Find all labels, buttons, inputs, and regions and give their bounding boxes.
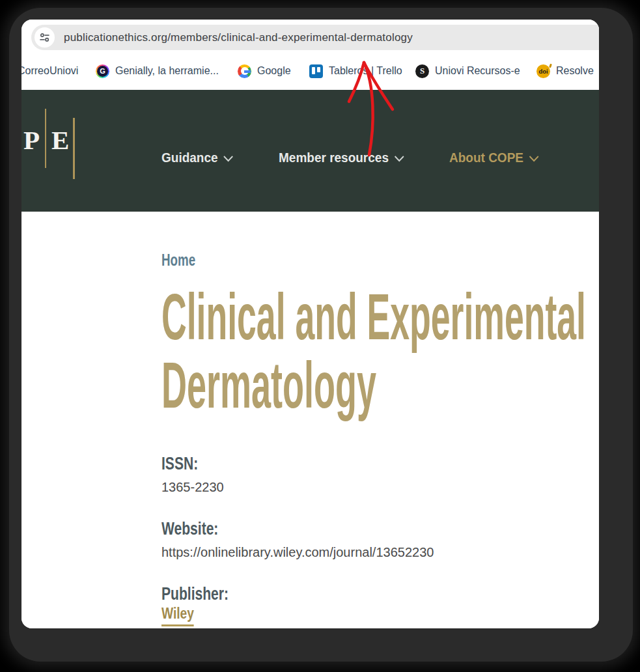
nav-about-cope[interactable]: About COPE: [449, 150, 539, 165]
uniovi-icon: S: [415, 64, 429, 78]
doi-icon: doi: [536, 64, 550, 78]
issn-heading: ISSN:: [161, 454, 503, 473]
breadcrumb-home-link[interactable]: Home: [161, 253, 195, 267]
cope-logo[interactable]: P E: [21, 90, 100, 212]
nav-label: About COPE: [449, 150, 523, 165]
url-bar-strip: publicationethics.org/members/clinical-a…: [21, 20, 599, 52]
nav-member-resources[interactable]: Member resources: [279, 150, 404, 165]
genially-icon: G: [96, 64, 109, 78]
bookmark-label: Uniovi Recursos-e: [435, 65, 520, 77]
page-title-line2: Dermatology: [161, 348, 376, 421]
logo-divider: [73, 118, 75, 179]
publisher-heading: Publisher:: [161, 584, 503, 604]
bookmark-correouniovi[interactable]: CorreoUniovi: [21, 52, 78, 90]
google-icon: [238, 64, 251, 78]
browser-window: publicationethics.org/members/clinical-a…: [21, 20, 599, 628]
doi-letter: doi: [538, 68, 548, 75]
nav-guidance[interactable]: Guidance: [161, 150, 233, 165]
nav-label: Guidance: [161, 150, 218, 165]
bookmark-label: Google: [257, 65, 291, 77]
website-heading: Website:: [161, 519, 503, 539]
logo-letter-p: P: [23, 127, 40, 154]
url-text: publicationethics.org/members/clinical-a…: [64, 31, 413, 44]
nav-label: Member resources: [279, 150, 389, 165]
publisher-wiley-link[interactable]: Wiley: [161, 606, 194, 626]
site-settings-button[interactable]: [35, 27, 55, 48]
bookmark-label: CorreoUniovi: [21, 65, 78, 77]
bookmark-google[interactable]: Google: [238, 52, 291, 90]
website-value: https://onlinelibrary.wiley.com/journal/…: [161, 544, 599, 561]
address-bar[interactable]: publicationethics.org/members/clinical-a…: [31, 25, 599, 50]
bookmark-label: Resolve: [556, 65, 594, 77]
bookmark-genially[interactable]: G Genially, la herramie...: [96, 52, 219, 90]
bookmark-label: Genially, la herramie...: [115, 65, 219, 77]
chevron-down-icon: [395, 156, 404, 162]
bookmarks-bar: CorreoUniovi G Genially, la herramie... …: [21, 52, 599, 90]
trello-icon: [309, 64, 323, 78]
bookmark-label: Tableros | Trello: [329, 65, 402, 77]
genially-letter: G: [97, 66, 108, 77]
page-content: Home Clinical and Experimental Dermatolo…: [21, 212, 599, 628]
bookmark-uniovi-recursos[interactable]: S Uniovi Recursos-e: [415, 52, 520, 90]
page-title-line1: Clinical and Experimental: [161, 284, 586, 353]
logo-divider: [45, 109, 46, 168]
site-header: P E Guidance Member resources About COPE: [21, 90, 599, 212]
chevron-down-icon: [529, 156, 539, 162]
bookmark-trello[interactable]: Tableros | Trello: [309, 52, 402, 90]
bookmark-doi-resolve[interactable]: doi Resolve: [536, 52, 594, 90]
issn-value: 1365-2230: [161, 479, 599, 496]
tune-icon: [39, 32, 50, 43]
page-title: Clinical and Experimental Dermatology: [161, 284, 599, 424]
logo-letter-e: E: [51, 127, 69, 154]
chevron-down-icon: [223, 156, 233, 162]
